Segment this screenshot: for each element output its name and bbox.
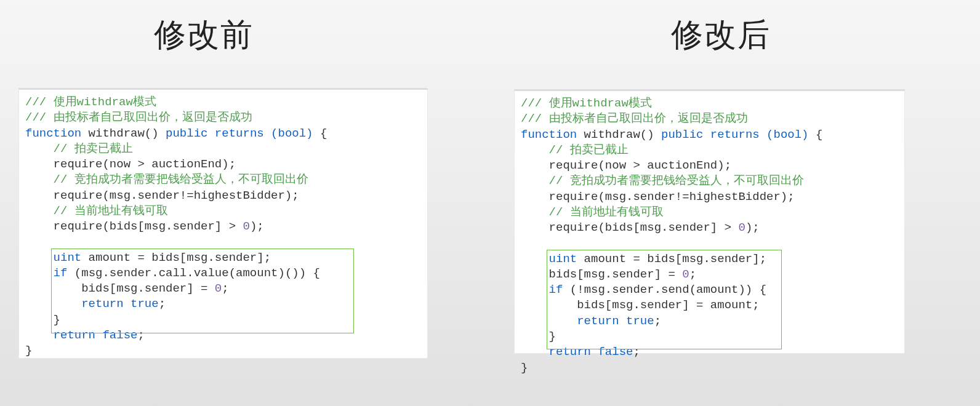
keyword: uint — [521, 252, 577, 266]
comment: // 竞拍成功者需要把钱给受益人，不可取回出价 — [25, 173, 308, 186]
keyword: false — [102, 328, 137, 342]
code-line: } — [521, 330, 556, 343]
comment: // 竞拍成功者需要把钱给受益人，不可取回出价 — [521, 174, 804, 188]
code-panel-before: /// 使用withdraw模式 /// 由投标者自己取回出价，返回是否成功 f… — [18, 88, 428, 359]
number: 0 — [215, 282, 222, 295]
keyword: return — [521, 345, 598, 359]
keyword: function — [25, 127, 81, 140]
keyword: if — [521, 283, 563, 297]
comment: /// 使用withdraw模式 — [521, 97, 652, 110]
code-line: } — [521, 361, 528, 375]
ident: withdraw() — [577, 128, 661, 141]
keyword: true — [131, 297, 159, 311]
keyword: return — [25, 297, 131, 311]
code-line: (msg.sender.call.value(amount)()) { — [67, 266, 319, 280]
number: 0 — [243, 220, 249, 233]
code-line: bids[msg.sender] = — [521, 268, 682, 281]
brace: { — [313, 127, 327, 140]
ident: withdraw() — [81, 127, 166, 140]
code-after: /// 使用withdraw模式 /// 由投标者自己取回出价，返回是否成功 f… — [515, 91, 904, 382]
keyword: function — [521, 128, 577, 141]
slide: 修改前 修改后 /// 使用withdraw模式 /// 由投标者自己取回出价，… — [0, 0, 980, 406]
number: 0 — [682, 268, 689, 281]
keyword: false — [598, 345, 633, 359]
code-line: } — [25, 344, 32, 357]
code-line: amount = bids[msg.sender]; — [81, 251, 271, 265]
code-line: require(bids[msg.sender] > — [25, 220, 243, 233]
keyword: uint — [25, 251, 81, 265]
code-line: bids[msg.sender] = amount; — [521, 298, 760, 312]
comment: /// 使用withdraw模式 — [25, 95, 156, 109]
number: 0 — [738, 221, 745, 234]
code-line: ; — [689, 268, 696, 281]
keyword: (bool) — [271, 127, 313, 140]
keyword: public — [661, 128, 703, 141]
comment: // 拍卖已截止 — [521, 143, 629, 157]
code-line: ; — [222, 282, 228, 295]
comment: // 当前地址有钱可取 — [25, 204, 168, 218]
keyword: return — [521, 314, 626, 328]
heading-after: 修改后 — [671, 14, 771, 57]
comment: /// 由投标者自己取回出价，返回是否成功 — [521, 112, 748, 125]
code-line: require(bids[msg.sender] > — [521, 221, 738, 234]
code-line: ); — [745, 221, 760, 234]
code-line: ); — [250, 220, 264, 233]
keyword: public — [166, 127, 207, 140]
brace: { — [809, 128, 823, 141]
keyword: (bool) — [766, 128, 808, 141]
code-line: ; — [633, 345, 640, 359]
keyword: if — [25, 266, 67, 280]
comment: // 当前地址有钱可取 — [521, 205, 664, 219]
code-line: bids[msg.sender] = — [25, 282, 215, 295]
code-panel-after: /// 使用withdraw模式 /// 由投标者自己取回出价，返回是否成功 f… — [514, 89, 905, 354]
code-line: } — [25, 313, 60, 327]
comment: /// 由投标者自己取回出价，返回是否成功 — [25, 111, 252, 124]
code-line: ; — [159, 297, 166, 311]
code-line: require(msg.sender!=highestBidder); — [25, 189, 299, 202]
code-before: /// 使用withdraw模式 /// 由投标者自己取回出价，返回是否成功 f… — [19, 90, 427, 365]
heading-before: 修改前 — [154, 14, 254, 57]
comment: // 拍卖已截止 — [25, 142, 133, 156]
keyword: true — [626, 314, 654, 328]
keyword: return — [25, 328, 102, 342]
keyword: returns — [703, 128, 766, 141]
code-line: require(now > auctionEnd); — [25, 157, 236, 171]
code-line: require(msg.sender!=highestBidder); — [521, 190, 795, 204]
keyword: returns — [207, 127, 271, 140]
code-line: ; — [654, 314, 661, 328]
code-line: amount = bids[msg.sender]; — [577, 252, 766, 266]
code-line: (!msg.sender.send(amount)) { — [563, 283, 766, 297]
code-line: ; — [137, 328, 144, 342]
code-line: require(now > auctionEnd); — [521, 159, 731, 172]
